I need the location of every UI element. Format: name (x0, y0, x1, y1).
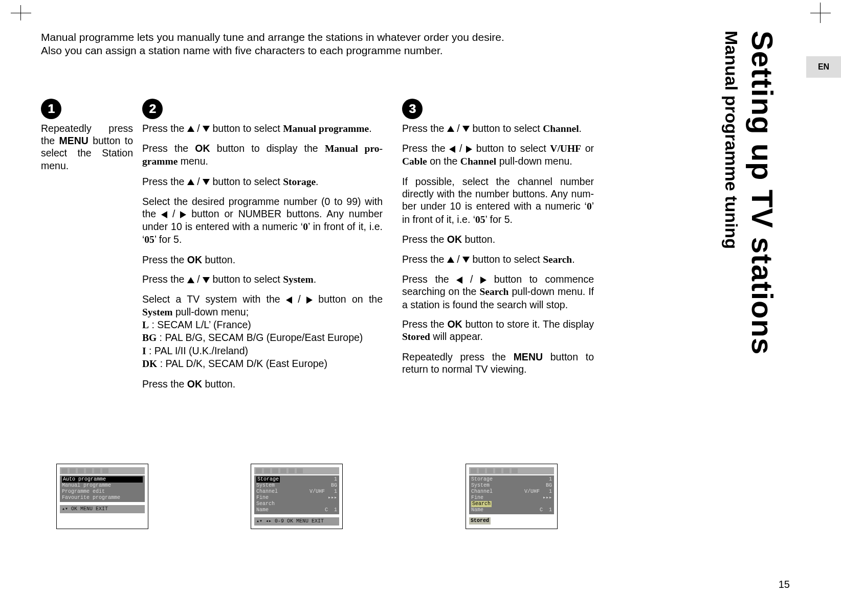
up-icon (187, 179, 194, 185)
crop-mark (20, 5, 41, 20)
intro-text: Manual programme lets you manually tune … (41, 31, 522, 58)
osd-stored-badge: Stored (469, 517, 491, 524)
p: Press the OK button to store it. The dis… (402, 318, 594, 344)
osd-icon-bar (60, 467, 145, 474)
osd-search: Storage1 SystemBG ChannelV/UHF 1 Fine▸▸▸… (466, 464, 558, 529)
osd-station-menu: Auto programme Manual programme Programm… (56, 464, 148, 529)
p: Press the / button to select Channel. (402, 122, 594, 135)
osd-r: V/UHF 1 (309, 489, 337, 495)
down-icon (203, 179, 210, 185)
ok-label: OK (187, 254, 202, 265)
language-tab: EN (806, 56, 841, 78)
search-label: Search (479, 286, 508, 297)
up-icon (447, 257, 454, 263)
p: Select a TV system with the / button on … (142, 293, 383, 370)
t: menu. (178, 155, 208, 167)
t: pull-down menu; (173, 306, 249, 317)
step-number-1: 1 (41, 99, 61, 119)
menu-label: MENU (59, 135, 88, 146)
p: Press the / button to select V/UHF or Ca… (402, 142, 594, 168)
osd-r: V/UHF 1 (524, 489, 552, 495)
osd-l: Channel (471, 489, 493, 495)
p: Repeatedly press the MENU button to retu… (402, 351, 594, 376)
t: Press the (142, 176, 187, 187)
right-icon (180, 211, 186, 218)
t: . (579, 123, 582, 134)
p: Press the OK button. (142, 378, 383, 390)
system-label: System (283, 274, 314, 285)
page-number: 15 (779, 579, 790, 590)
steps-columns: 1 Repeatedly press the MENU button to se… (41, 99, 800, 397)
menu-label: MENU (514, 351, 543, 362)
osd-icon-bar (469, 467, 554, 474)
zero-label: 0 (303, 221, 308, 232)
subtitle: Manual programme tuning (721, 31, 741, 249)
right-icon (466, 146, 472, 153)
osd-icon-bar (254, 467, 339, 474)
up-icon (187, 126, 194, 132)
sys-DK-label: DK (142, 358, 157, 369)
osd-r: 1 (334, 476, 337, 483)
t: Repeatedly press the (402, 351, 514, 362)
osd-manual-programme: Storage1 SystemBG ChannelV/UHF 1 Fine▸▸▸… (251, 464, 343, 529)
osd-r: ▸▸▸ (543, 495, 552, 501)
osd-l: Search (471, 501, 492, 507)
sys-I-label: I (142, 346, 146, 356)
right-icon (306, 296, 313, 304)
channel-label: Channel (460, 156, 496, 167)
t: Press the (142, 378, 187, 390)
osd-l: Search (256, 501, 275, 507)
up-icon (447, 126, 454, 132)
channel-label: Channel (543, 123, 579, 134)
p: Press the OK button. (142, 254, 383, 266)
down-icon (462, 126, 470, 132)
left-icon (456, 277, 462, 284)
p: Select the desired programme number (0 t… (142, 195, 383, 246)
t: Press the (402, 273, 456, 285)
intro-line: Also you can assign a station name with … (41, 44, 522, 57)
ok-label: OK (195, 143, 210, 154)
step-2: 2 Press the / button to select Manual pr… (142, 99, 383, 397)
t: ’ for 5. (154, 234, 182, 245)
osd-l: Fine (256, 495, 269, 501)
05-label: 05 (144, 234, 154, 245)
t: Press the (142, 143, 195, 154)
right-icon (480, 277, 486, 284)
ok-label: OK (187, 378, 202, 390)
t: : SECAM L/L’ (France) (149, 319, 251, 330)
t: button to select (210, 123, 283, 134)
p: Press the OK button. (402, 233, 594, 245)
osd-l: Name (471, 507, 483, 513)
t: on the (427, 155, 460, 167)
osd-r: ▸▸▸ (328, 495, 337, 501)
ok-label: OK (447, 318, 462, 330)
up-icon (187, 277, 194, 283)
vuhf-label: V/UHF (550, 143, 581, 154)
title: Setting up TV stations (745, 31, 780, 355)
t: . (314, 273, 316, 285)
t: . (316, 176, 318, 187)
osd-body: Storage1 SystemBG ChannelV/UHF 1 Fine▸▸▸… (469, 475, 554, 514)
t: button. (202, 378, 235, 390)
osd-l: System (471, 483, 490, 489)
p: If possible, select the channel number d… (402, 175, 594, 226)
search-label: Search (543, 254, 572, 265)
osd-r: C 1 (325, 507, 337, 513)
osd-row: Auto programme Manual programme Programm… (56, 464, 558, 529)
t: button to select (210, 273, 283, 285)
05-label: 05 (475, 214, 485, 225)
left-icon (449, 146, 455, 153)
t: Press the (402, 234, 447, 245)
zero-label: 0 (587, 201, 592, 212)
osd-body: Storage1 SystemBG ChannelV/UHF 1 Fine▸▸▸… (254, 475, 339, 514)
intro-line: Manual programme lets you manually tune … (41, 31, 522, 44)
t: Press the (142, 273, 187, 285)
down-icon (203, 277, 210, 283)
p: Press the OK button to display the Manua… (142, 142, 383, 168)
osd-footer: ▴▾ OK MENU EXIT (60, 505, 145, 513)
t: Select a TV system with the (142, 293, 286, 305)
t: Press the (402, 254, 447, 265)
osd-body: Auto programme Manual programme Programm… (60, 475, 145, 502)
t: button. (202, 254, 235, 265)
t: button to select (470, 254, 543, 265)
